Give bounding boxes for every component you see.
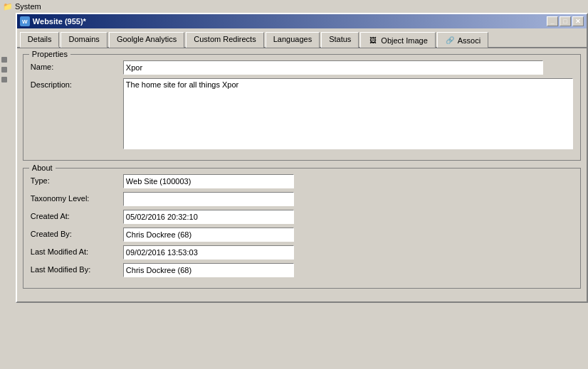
about-legend: About bbox=[29, 164, 56, 172]
last-modified-by-label: Last Modified By: bbox=[31, 263, 123, 274]
system-bar: 📁 System bbox=[0, 0, 588, 13]
properties-legend: Properties bbox=[29, 50, 70, 58]
type-row: Type: bbox=[31, 174, 573, 188]
window-title: Website (955)* bbox=[33, 17, 86, 26]
tab-status[interactable]: Status bbox=[321, 32, 359, 48]
tab-languages[interactable]: Languages bbox=[266, 32, 320, 48]
tab-object-image[interactable]: 🖼 Object Image bbox=[360, 32, 435, 48]
created-at-label: Created At: bbox=[31, 210, 123, 220]
window-titlebar: W Website (955)* _ □ ✕ bbox=[17, 14, 587, 28]
created-by-label: Created By: bbox=[31, 228, 123, 238]
restore-button[interactable]: □ bbox=[560, 16, 571, 26]
window-controls[interactable]: _ □ ✕ bbox=[547, 16, 584, 26]
tabs-bar: Details Domains Goolgle Analytics Custom… bbox=[17, 28, 587, 48]
created-by-row: Created By: bbox=[31, 228, 573, 242]
sidebar-icons bbox=[0, 13, 9, 303]
tab-google-analytics[interactable]: Goolgle Analytics bbox=[109, 32, 184, 48]
close-button[interactable]: ✕ bbox=[572, 16, 584, 26]
last-modified-at-row: Last Modified At: bbox=[31, 245, 573, 260]
description-label: Description: bbox=[31, 78, 123, 89]
taxonomy-input bbox=[123, 192, 294, 206]
last-modified-by-row: Last Modified By: bbox=[31, 263, 573, 277]
created-at-row: Created At: bbox=[31, 210, 573, 224]
about-group: About Type: Taxonomy Level: Created At: … bbox=[23, 168, 581, 289]
system-label: System bbox=[15, 2, 41, 11]
associ-icon: 🔗 bbox=[445, 37, 455, 44]
taxonomy-row: Taxonomy Level: bbox=[31, 192, 573, 206]
type-input bbox=[123, 174, 294, 188]
description-textarea[interactable]: The home site for all things Xpor bbox=[123, 78, 573, 149]
sidebar-icon-2 bbox=[1, 67, 7, 73]
tab-domains[interactable]: Domains bbox=[61, 32, 107, 48]
description-row: Description: The home site for all thing… bbox=[31, 78, 573, 149]
properties-group: Properties Name: Description: The home s… bbox=[23, 54, 581, 161]
last-modified-at-label: Last Modified At: bbox=[31, 245, 123, 256]
tab-details[interactable]: Details bbox=[20, 32, 60, 48]
last-modified-by-input bbox=[123, 263, 294, 277]
sidebar-icon-3 bbox=[1, 77, 7, 82]
tab-associ[interactable]: 🔗 Associ bbox=[437, 32, 488, 48]
name-input[interactable] bbox=[123, 60, 543, 75]
name-row: Name: bbox=[31, 60, 573, 75]
created-by-input bbox=[123, 228, 294, 242]
main-window: W Website (955)* _ □ ✕ Details Domains G… bbox=[16, 13, 588, 303]
window-icon: W bbox=[20, 16, 30, 26]
object-image-icon: 🖼 bbox=[368, 37, 378, 44]
name-label: Name: bbox=[31, 60, 123, 71]
window-title-left: W Website (955)* bbox=[20, 16, 86, 26]
taxonomy-label: Taxonomy Level: bbox=[31, 192, 123, 203]
system-folder-icon: 📁 bbox=[3, 2, 13, 11]
type-label: Type: bbox=[31, 174, 123, 185]
content-area: Properties Name: Description: The home s… bbox=[17, 48, 587, 301]
tab-custom-redirects[interactable]: Custom Redirects bbox=[186, 32, 263, 48]
created-at-input bbox=[123, 210, 294, 224]
last-modified-at-input bbox=[123, 245, 294, 260]
minimize-button[interactable]: _ bbox=[547, 16, 558, 26]
sidebar-icon-1 bbox=[1, 57, 7, 63]
